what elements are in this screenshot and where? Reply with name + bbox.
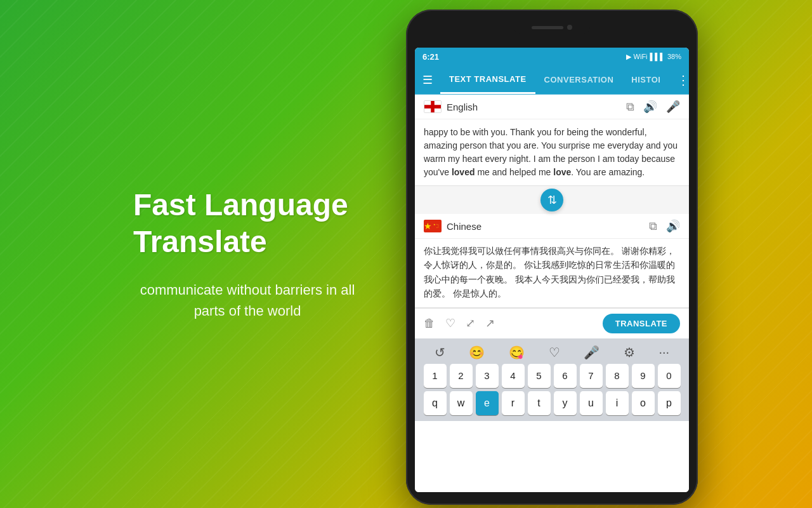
key-w[interactable]: w	[450, 391, 473, 415]
target-lang-header: ★ ★ ★ ★ ★ Chinese ⧉ 🔊	[415, 214, 689, 239]
heart-icon[interactable]: ♡	[549, 345, 560, 360]
source-lang-header: English ⧉ 🔊 🎤	[415, 95, 689, 119]
keyboard: ↺ 😊 😋 ♡ 🎤 ⚙ ··· 1 2 3 4 5	[415, 338, 689, 421]
favorite-icon[interactable]: ♡	[445, 316, 455, 330]
key-y[interactable]: y	[554, 391, 577, 415]
wifi-icon: WiFi	[634, 53, 648, 60]
tab-text-translate[interactable]: TEXT TRANSLATE	[440, 65, 535, 94]
key-4[interactable]: 4	[502, 364, 525, 388]
action-bar: 🗑 ♡ ⤢ ↗ TRANSLATE	[415, 308, 689, 338]
source-text[interactable]: happy to be with you. Thank you for bein…	[415, 119, 689, 185]
key-7[interactable]: 7	[580, 364, 603, 388]
tab-bar: ☰ TEXT TRANSLATE CONVERSATION HISTOI ⋮	[415, 65, 689, 95]
key-5[interactable]: 5	[528, 364, 551, 388]
key-t[interactable]: t	[528, 391, 551, 415]
target-lang-actions: ⧉ 🔊	[649, 219, 680, 233]
target-lang-panel: ★ ★ ★ ★ ★ Chinese ⧉ 🔊	[415, 214, 689, 308]
more-keyboard-icon[interactable]: ···	[658, 345, 669, 360]
main-heading: Fast Language Translate	[133, 187, 362, 260]
key-p[interactable]: p	[658, 391, 681, 415]
number-row: 1 2 3 4 5 6 7 8 9 0	[417, 364, 686, 388]
key-o[interactable]: o	[632, 391, 655, 415]
key-i[interactable]: i	[606, 391, 629, 415]
key-8[interactable]: 8	[606, 364, 629, 388]
swap-area: ⇅	[415, 186, 689, 214]
status-icons: ▶ WiFi ▌▌▌ 38%	[626, 53, 681, 61]
svg-rect-2	[424, 105, 441, 109]
key-u[interactable]: u	[580, 391, 603, 415]
key-3[interactable]: 3	[476, 364, 499, 388]
keyboard-toolbar: ↺ 😊 😋 ♡ 🎤 ⚙ ···	[417, 342, 686, 364]
more-options-icon[interactable]: ⋮	[669, 72, 689, 88]
mic-keyboard-icon[interactable]: 🎤	[584, 345, 599, 360]
source-lang-actions: ⧉ 🔊 🎤	[626, 100, 680, 114]
translate-button[interactable]: TRANSLATE	[603, 314, 680, 333]
key-6[interactable]: 6	[554, 364, 577, 388]
england-flag-svg	[424, 100, 441, 113]
china-flag-svg: ★ ★ ★ ★ ★	[432, 220, 442, 232]
key-e[interactable]: e	[476, 391, 499, 415]
left-panel: Fast Language Translate communicate with…	[102, 161, 393, 346]
battery-icon: 38%	[667, 53, 681, 60]
signal-icon: ▌▌▌	[650, 53, 665, 60]
phone-shell: 6:21 ▶ WiFi ▌▌▌ 38% ☰ TEXT TRANSLATE CON…	[406, 10, 698, 505]
keyboard-switch-icon[interactable]: ↺	[435, 345, 445, 360]
emoji-icon[interactable]: 😊	[469, 345, 485, 360]
status-bar: 6:21 ▶ WiFi ▌▌▌ 38%	[415, 48, 689, 65]
menu-icon[interactable]: ☰	[415, 73, 440, 87]
svg-text:★: ★	[433, 223, 436, 226]
key-1[interactable]: 1	[424, 364, 447, 388]
key-0[interactable]: 0	[658, 364, 681, 388]
key-9[interactable]: 9	[632, 364, 655, 388]
swap-languages-button[interactable]: ⇅	[540, 189, 563, 211]
source-lang-panel: English ⧉ 🔊 🎤 happy to be with you. Than…	[415, 95, 689, 186]
cast-icon: ▶	[626, 53, 631, 61]
delete-icon[interactable]: 🗑	[424, 317, 435, 330]
tab-history[interactable]: HISTOI	[622, 65, 669, 94]
source-flag	[424, 100, 442, 113]
qwerty-row: q w e r t y u i o p	[417, 391, 686, 415]
target-flag: ★ ★ ★ ★ ★	[424, 220, 442, 232]
translated-text: 你让我觉得我可以做任何事情我很高兴与你同在。 谢谢你精彩，令人惊讶的人，你是的。…	[415, 239, 689, 307]
status-time: 6:21	[422, 52, 439, 62]
phone-notch	[514, 21, 590, 34]
main-subtitle: communicate without barriers in all part…	[133, 279, 362, 321]
key-r[interactable]: r	[502, 391, 525, 415]
source-lang-name: English	[447, 102, 626, 112]
volume-source-icon[interactable]: 🔊	[643, 100, 657, 114]
mic-source-icon[interactable]: 🎤	[666, 100, 680, 114]
sticker-icon[interactable]: 😋	[509, 345, 525, 360]
settings-keyboard-icon[interactable]: ⚙	[624, 345, 635, 360]
target-lang-name: Chinese	[447, 221, 649, 232]
phone-screen: 6:21 ▶ WiFi ▌▌▌ 38% ☰ TEXT TRANSLATE CON…	[415, 48, 689, 492]
volume-target-icon[interactable]: 🔊	[666, 219, 680, 233]
content-area: English ⧉ 🔊 🎤 happy to be with you. Than…	[415, 95, 689, 492]
tab-conversation[interactable]: CONVERSATION	[535, 65, 623, 94]
phone-mockup: 6:21 ▶ WiFi ▌▌▌ 38% ☰ TEXT TRANSLATE CON…	[393, 10, 710, 505]
copy-target-icon[interactable]: ⧉	[649, 220, 657, 233]
key-q[interactable]: q	[424, 391, 447, 415]
speaker	[532, 26, 563, 29]
camera	[567, 25, 572, 30]
copy-source-icon[interactable]: ⧉	[626, 100, 634, 114]
share-icon[interactable]: ↗	[485, 316, 495, 330]
expand-icon[interactable]: ⤢	[466, 316, 475, 330]
key-2[interactable]: 2	[450, 364, 473, 388]
